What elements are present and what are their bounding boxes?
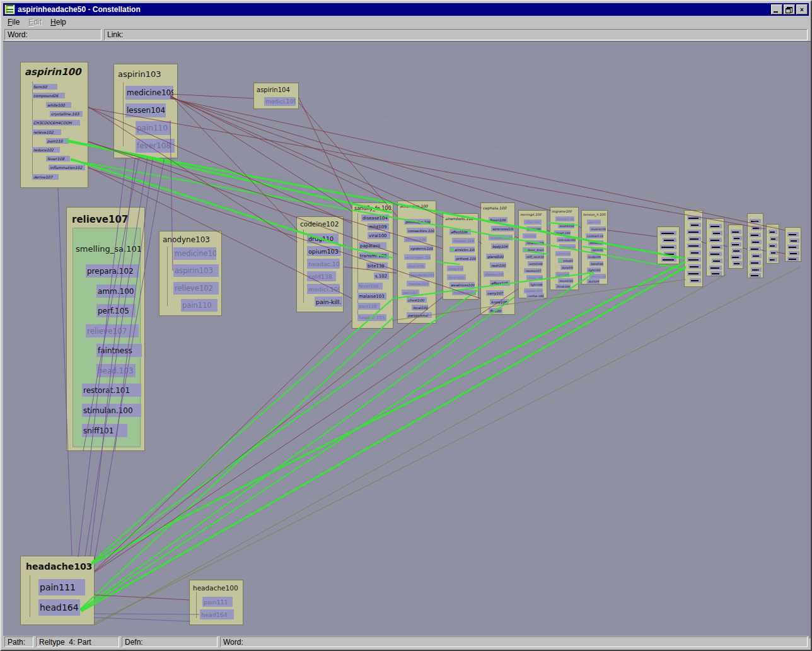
graph-node-item[interactable]: papatasii bbox=[359, 242, 386, 249]
graph-node-item[interactable]: opium103 bbox=[307, 246, 341, 256]
graph-node-item[interactable]: scalp100 bbox=[587, 254, 601, 259]
graph-node-item[interactable]: restorat.101 bbox=[82, 384, 141, 397]
graph-node-item[interactable] bbox=[710, 245, 722, 249]
graph-node-headache100[interactable]: headache100pain111head164 bbox=[189, 580, 243, 625]
graph-node-item[interactable]: aspirin103 bbox=[173, 264, 219, 277]
graph-node-item[interactable]: know106 bbox=[490, 299, 509, 305]
graph-node-item[interactable]: headach.103 bbox=[555, 216, 574, 221]
graph-node-item[interactable]: visual100 bbox=[558, 258, 573, 263]
graph-node-item[interactable] bbox=[787, 257, 799, 261]
graph-node-item[interactable] bbox=[688, 237, 701, 241]
graph-node-item[interactable] bbox=[709, 252, 722, 256]
graph-node-item[interactable] bbox=[732, 249, 742, 253]
graph-canvas[interactable]: aspirin100form50compound26white100crysta… bbox=[3, 41, 811, 638]
graph-node-item[interactable]: disease109 bbox=[484, 271, 504, 277]
graph-node-item[interactable]: fever108 bbox=[46, 156, 70, 161]
graph-node-item[interactable]: soreness100 bbox=[491, 226, 514, 232]
menu-help[interactable]: Help bbox=[46, 16, 71, 28]
graph-node-item[interactable]: crystalline.103 bbox=[50, 111, 83, 117]
graph-node-item[interactable]: form50 bbox=[32, 84, 57, 90]
graph-node-item[interactable]: drug110 bbox=[307, 233, 339, 243]
graph-node-item[interactable] bbox=[690, 250, 701, 255]
menu-file[interactable]: File bbox=[3, 16, 24, 28]
graph-node-item[interactable]: head.103 bbox=[96, 364, 136, 377]
graph-node-item[interactable]: aura100 bbox=[560, 265, 573, 270]
graph-node-item[interactable]: fever100 bbox=[447, 274, 466, 280]
graph-node-item[interactable]: inflammation102 bbox=[49, 165, 85, 170]
graph-node-item[interactable]: infect.100 bbox=[524, 220, 542, 225]
graph-node-item[interactable] bbox=[787, 245, 799, 249]
graph-node-item[interactable]: affect105 bbox=[490, 280, 510, 286]
graph-node-item[interactable]: paroxysmal bbox=[407, 312, 432, 318]
graph-node-item[interactable]: viral100 bbox=[523, 233, 536, 238]
graph-node-item[interactable] bbox=[768, 243, 777, 248]
graph-node-item[interactable] bbox=[751, 267, 762, 272]
graph-node-item[interactable]: headac.104 bbox=[452, 238, 475, 243]
graph-node-item[interactable]: pain110 bbox=[587, 220, 601, 225]
graph-node-item[interactable]: stiff_neck100 bbox=[525, 254, 544, 259]
graph-node-aspirin100[interactable]: aspirin100form50compound26white100crysta… bbox=[20, 62, 88, 188]
graph-node-item[interactable]: fever_brain100 bbox=[523, 247, 544, 252]
graph-node-item[interactable]: one-side100 bbox=[557, 237, 576, 242]
graph-node-item[interactable]: stimulan.100 bbox=[82, 404, 141, 417]
graph-node-item[interactable]: vomit100 bbox=[528, 261, 543, 266]
title-bar[interactable]: aspirinheadache50 - Constellation × bbox=[3, 3, 809, 16]
graph-node-item[interactable]: light108 bbox=[555, 272, 569, 277]
graph-node-item[interactable]: derive107 bbox=[32, 174, 59, 180]
graph-node-item[interactable]: fever109 bbox=[489, 217, 508, 223]
graph-node-relieve107[interactable]: smelling_sa.101relieve107prepara.102amm.… bbox=[66, 207, 145, 451]
graph-node-item[interactable] bbox=[687, 257, 701, 262]
graph-node-item[interactable]: medici.109 bbox=[264, 97, 296, 106]
graph-node-item[interactable]: perf.105 bbox=[96, 304, 136, 317]
graph-node-item[interactable]: headache103 bbox=[452, 290, 476, 295]
graph-node-item[interactable] bbox=[750, 247, 761, 251]
graph-node-item[interactable]: weakness100 bbox=[450, 282, 475, 288]
graph-node[interactable] bbox=[747, 213, 763, 278]
graph-node-item[interactable]: rash100 bbox=[490, 262, 506, 268]
graph-node-item[interactable]: medicine109 bbox=[125, 86, 173, 100]
graph-node-item[interactable]: relieve102 bbox=[173, 282, 219, 295]
graph-node-item[interactable] bbox=[687, 243, 701, 248]
graph-node-item[interactable] bbox=[660, 231, 676, 235]
graph-node-item[interactable]: fever108 bbox=[407, 263, 426, 269]
graph-node-item[interactable]: malaise103 bbox=[407, 281, 429, 286]
graph-node-item[interactable]: compound26 bbox=[32, 93, 65, 98]
graph-node-item[interactable]: relieve107 bbox=[86, 324, 139, 337]
graph-node-item[interactable]: white100 bbox=[46, 102, 71, 108]
graph-node-item[interactable]: pleurodyn.100 bbox=[404, 219, 431, 225]
graph-node-item[interactable]: pain111 bbox=[202, 597, 233, 607]
graph-node-item[interactable] bbox=[750, 273, 761, 278]
graph-node-item[interactable]: brain100 bbox=[526, 226, 542, 232]
graph-node-item[interactable] bbox=[731, 242, 741, 247]
graph-node-item[interactable]: disease104 bbox=[361, 214, 389, 221]
graph-node-item[interactable]: transmi.100 bbox=[359, 252, 389, 259]
graph-node-item[interactable]: orthost.100 bbox=[455, 255, 476, 261]
graph-node-item[interactable] bbox=[733, 261, 742, 266]
graph-node-item[interactable]: pain110 bbox=[357, 303, 380, 310]
graph-node-item[interactable] bbox=[709, 266, 722, 270]
graph-node-item[interactable] bbox=[709, 224, 722, 228]
graph-node-item[interactable]: confus.100 bbox=[526, 293, 544, 298]
graph-node[interactable] bbox=[657, 226, 680, 264]
graph-node[interactable] bbox=[785, 227, 801, 262]
graph-node-item[interactable]: malaise103 bbox=[357, 293, 386, 300]
graph-node-item[interactable]: light108 bbox=[529, 282, 543, 287]
graph-node-item[interactable]: head164 bbox=[38, 599, 80, 616]
graph-node-item[interactable]: pain110 bbox=[181, 299, 218, 312]
graph-node-item[interactable]: severe100 bbox=[558, 223, 574, 228]
graph-node-item[interactable]: head164 bbox=[200, 609, 234, 619]
graph-node-item[interactable] bbox=[661, 257, 676, 262]
graph-node-item[interactable]: sound101 bbox=[558, 278, 573, 283]
graph-node-item[interactable] bbox=[751, 226, 762, 230]
graph-node-item[interactable] bbox=[787, 232, 799, 237]
graph-node-item[interactable]: viral100 bbox=[368, 232, 390, 239]
graph-node-item[interactable]: sensit.100 bbox=[526, 275, 543, 280]
graph-node-item[interactable] bbox=[750, 219, 761, 223]
graph-node-item[interactable]: throb100 bbox=[555, 284, 571, 289]
graph-node-item[interactable] bbox=[690, 278, 701, 283]
graph-node-item[interactable]: local100 bbox=[412, 305, 428, 310]
graph-node-item[interactable]: neck101 bbox=[591, 247, 603, 252]
graph-node-item[interactable]: chest100 bbox=[407, 297, 427, 303]
graph-node-item[interactable]: amm.100 bbox=[96, 284, 136, 298]
graph-node-headache103[interactable]: headache103pain111head164 bbox=[20, 556, 95, 625]
